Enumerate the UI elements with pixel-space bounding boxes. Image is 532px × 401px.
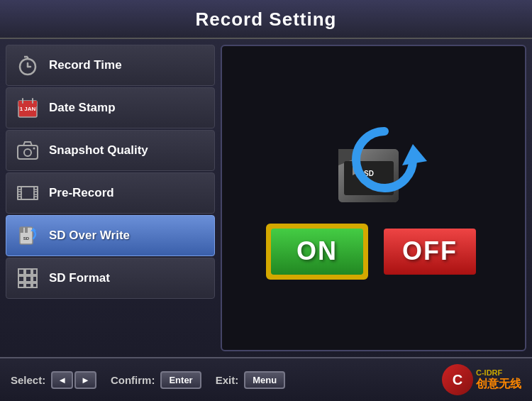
- brand-top-text: C-IDRF: [476, 368, 502, 377]
- menu-item-record-time[interactable]: Record Time: [6, 45, 215, 86]
- film-icon: [15, 180, 40, 206]
- nav-keys: ◄ ►: [51, 371, 96, 389]
- page-title: Record Setting: [0, 9, 532, 31]
- svg-rect-14: [18, 187, 38, 199]
- calendar-icon: 1 JAN: [15, 95, 40, 121]
- off-button[interactable]: OFF: [384, 229, 476, 275]
- menu-label-sd-format: SD Format: [49, 271, 110, 285]
- on-off-buttons: ON OFF: [266, 224, 481, 280]
- right-panel: SD HG ON OFF: [221, 45, 526, 351]
- content-area: Record Time 1 JAN Date Stamp: [0, 39, 532, 357]
- svg-point-12: [24, 149, 31, 156]
- confirm-label: Confirm:: [111, 374, 155, 386]
- menu-label-sd-over-write: SD Over Write: [49, 229, 130, 243]
- svg-rect-35: [26, 283, 31, 287]
- confirm-control: Confirm: Enter: [111, 371, 201, 389]
- main-container: Record Setting Record Time: [0, 0, 532, 401]
- svg-text:1 JAN: 1 JAN: [20, 106, 36, 112]
- brand-logo: C C-IDRF 创意无线: [442, 364, 521, 395]
- brand-circle-text: C: [453, 372, 462, 388]
- menu-item-sd-over-write[interactable]: SD SD Over Write: [6, 215, 215, 256]
- brand-bottom-text: 创意无线: [476, 377, 521, 392]
- sd-card-illustration: SD HG: [317, 117, 431, 209]
- menu-item-sd-format[interactable]: SD Format: [6, 258, 215, 299]
- menu-panel: Record Time 1 JAN Date Stamp: [6, 45, 215, 351]
- menu-label-date-stamp: Date Stamp: [49, 101, 116, 115]
- svg-point-13: [33, 148, 35, 150]
- svg-rect-28: [18, 269, 24, 275]
- brand-circle-icon: C: [442, 364, 473, 395]
- menu-item-pre-record[interactable]: Pre-Record: [6, 172, 215, 214]
- svg-rect-25: [25, 227, 28, 233]
- svg-rect-34: [18, 283, 24, 287]
- svg-rect-33: [33, 276, 37, 282]
- bottom-bar: Select: ◄ ► Confirm: Enter Exit: Menu C …: [0, 357, 532, 401]
- title-bar: Record Setting: [0, 0, 532, 39]
- svg-rect-31: [18, 276, 24, 282]
- timer-icon: [15, 53, 40, 78]
- select-control: Select: ◄ ►: [11, 371, 96, 389]
- brand-text: C-IDRF 创意无线: [476, 368, 521, 392]
- grid-icon: [15, 265, 40, 291]
- camera-icon: [15, 138, 40, 163]
- sd-write-icon: SD: [15, 223, 40, 248]
- svg-rect-36: [33, 283, 37, 287]
- svg-text:SD: SD: [23, 236, 30, 241]
- on-button-container: ON: [266, 224, 368, 280]
- menu-item-date-stamp[interactable]: 1 JAN Date Stamp: [6, 87, 215, 128]
- exit-key[interactable]: Menu: [244, 371, 285, 389]
- menu-item-snapshot-quality[interactable]: Snapshot Quality: [6, 130, 215, 171]
- svg-rect-32: [26, 276, 31, 282]
- exit-label: Exit:: [216, 374, 239, 386]
- left-arrow-key[interactable]: ◄: [51, 371, 73, 389]
- menu-label-record-time: Record Time: [49, 58, 122, 72]
- svg-rect-30: [33, 269, 37, 275]
- svg-rect-29: [26, 269, 31, 275]
- menu-label-snapshot-quality: Snapshot Quality: [49, 143, 148, 158]
- svg-marker-44: [402, 144, 427, 165]
- menu-label-pre-record: Pre-Record: [49, 186, 114, 200]
- select-label: Select:: [11, 374, 45, 386]
- off-button-container: OFF: [379, 224, 481, 280]
- on-button[interactable]: ON: [271, 229, 363, 275]
- right-arrow-key[interactable]: ►: [74, 371, 96, 389]
- confirm-key[interactable]: Enter: [160, 371, 201, 389]
- svg-rect-24: [20, 227, 23, 233]
- exit-control: Exit: Menu: [216, 371, 285, 389]
